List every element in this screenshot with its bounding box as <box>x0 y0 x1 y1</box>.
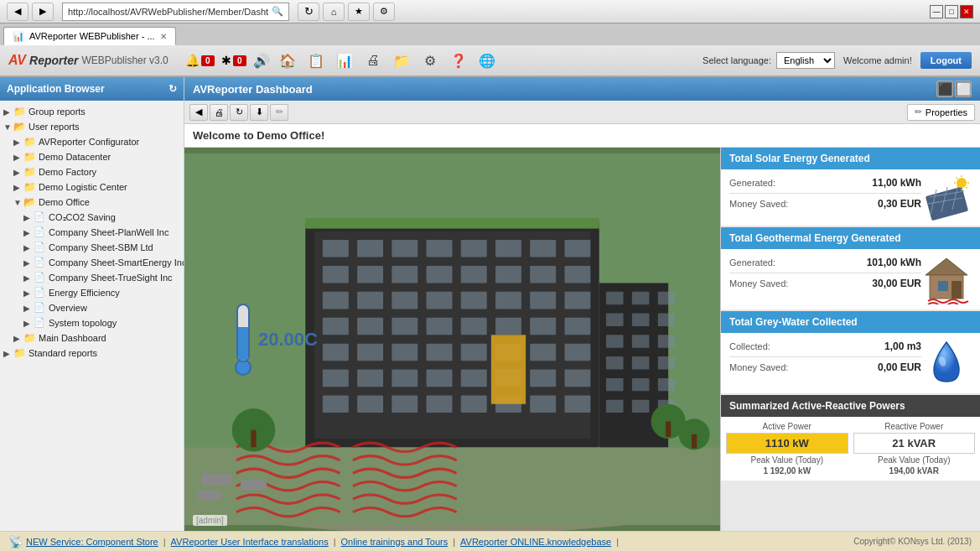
properties-label: Properties <box>926 107 967 117</box>
svg-rect-27 <box>530 292 556 309</box>
bottom-links: NEW Service: Component Store | AVReporte… <box>26 537 619 547</box>
greywater-widget-header: Total Grey-Water Collected <box>721 311 980 333</box>
svg-rect-44 <box>564 344 590 361</box>
solar-widget-icon <box>921 174 972 221</box>
active-power-value: 1110 kW <box>726 433 848 454</box>
tree-toggle-overview: ▶ <box>23 304 34 313</box>
sidebar-refresh-icon[interactable]: ↻ <box>169 83 177 95</box>
geothermal-header-label: Total Geothermal Energy Generated <box>729 232 901 244</box>
refresh-button[interactable]: ↻ <box>298 3 319 21</box>
toolbar-back-btn[interactable]: ◀ <box>189 104 208 121</box>
svg-rect-76 <box>606 378 624 391</box>
toolbar-icon-5[interactable]: ⚙ <box>419 49 441 71</box>
close-button[interactable]: ✕ <box>960 5 973 18</box>
solar-widget-body: Generated: 11,00 kWh Money Saved: 0,30 E… <box>721 169 980 226</box>
greywater-collected-label: Collected: <box>729 341 770 351</box>
svg-rect-9 <box>461 240 487 257</box>
maximize-button[interactable]: □ <box>945 5 958 18</box>
welcome-text: Welcome to Demo Office! <box>193 129 324 142</box>
favorites-button[interactable]: ★ <box>348 3 370 21</box>
user-reports-label: User reports <box>29 122 80 132</box>
svg-rect-36 <box>564 318 590 335</box>
toolbar-edit-btn[interactable]: ✏ <box>270 104 288 121</box>
solar-money-label: Money Saved: <box>729 199 788 209</box>
sidebar-item-demo-logistic[interactable]: ▶ 📁 Demo Logistic Center <box>10 179 184 195</box>
tools-button[interactable]: ⚙ <box>373 3 395 21</box>
greywater-widget-icon <box>921 338 972 388</box>
sidebar-item-group-reports[interactable]: ▶ 📁 Group reports <box>0 104 184 119</box>
sidebar-item-demo-factory[interactable]: ▶ 📁 Demo Factory <box>10 164 184 179</box>
address-bar[interactable]: http://localhost/AVRWebPublisher/Member/… <box>62 3 289 21</box>
svg-rect-48 <box>427 370 453 387</box>
back-button[interactable]: ◀ <box>7 3 29 21</box>
toolbar-icon-2[interactable]: 📊 <box>334 49 355 71</box>
tree-toggle-user-reports: ▼ <box>3 122 13 132</box>
greywater-money-value: 0,00 EUR <box>878 361 921 373</box>
bottom-link-2[interactable]: AVReporter User Interface translations <box>171 537 329 547</box>
main-dashboard-label: Main Dashboard <box>39 333 106 343</box>
minimize-button[interactable]: — <box>930 5 943 18</box>
home-button[interactable]: ⌂ <box>323 3 345 21</box>
logout-button[interactable]: Logout <box>920 52 972 69</box>
solar-widget-data: Generated: 11,00 kWh Money Saved: 0,30 E… <box>729 174 921 221</box>
bottom-link-4[interactable]: AVReporter ONLINE.knowledgebase <box>460 537 611 547</box>
page-icon-smartenergy: 📄 <box>34 257 47 268</box>
tab-avreporter[interactable]: 📊 AVReporter WEBPublisher - ... ✕ <box>3 27 176 45</box>
properties-button[interactable]: ✏ Properties <box>907 104 975 121</box>
svg-rect-15 <box>391 266 417 283</box>
svg-rect-12 <box>564 240 590 257</box>
toolbar-icon-1[interactable]: 📋 <box>305 49 327 71</box>
sidebar-item-truesight[interactable]: ▶ 📄 Company Sheet-TrueSight Inc <box>20 270 184 285</box>
co2-label: CO₂CO2 Saving <box>49 212 116 223</box>
sidebar-item-demo-office[interactable]: ▼ 📂 Demo Office <box>10 195 184 210</box>
temperature-value: 20.00C <box>258 329 318 351</box>
tab-close-button[interactable]: ✕ <box>160 32 167 41</box>
geothermal-generated-label: Generated: <box>729 257 775 268</box>
sidebar-item-sbm[interactable]: ▶ 📄 Company Sheet-SBM Ltd <box>20 240 184 255</box>
svg-point-97 <box>957 178 967 188</box>
svg-rect-89 <box>241 480 267 490</box>
svg-rect-6 <box>357 240 383 257</box>
greywater-widget: Total Grey-Water Collected Collected: 1,… <box>721 311 980 393</box>
folder-icon-standard-reports: 📁 <box>13 347 27 359</box>
sidebar-item-co2[interactable]: ▶ 📄 CO₂CO2 Saving <box>20 210 184 225</box>
svg-rect-75 <box>658 356 676 369</box>
svg-rect-90 <box>197 491 221 500</box>
toolbar-icon-4[interactable]: 📁 <box>391 49 412 71</box>
sidebar-item-avreporter-configurator[interactable]: ▶ 📁 AVReporter Configurator <box>10 134 184 149</box>
toolbar-print-btn[interactable]: 🖨 <box>210 104 228 121</box>
svg-rect-65 <box>632 292 650 304</box>
sidebar-item-overview[interactable]: ▶ 📄 Overview <box>20 300 184 315</box>
screen-icon-btn[interactable]: ⬛ <box>936 81 953 97</box>
bottom-link-1[interactable]: NEW Service: Component Store <box>26 537 158 547</box>
sidebar-item-demo-datacenter[interactable]: ▶ 📁 Demo Datacenter <box>10 149 184 164</box>
toolbar-icon-3[interactable]: 🖨 <box>362 49 384 71</box>
forward-button[interactable]: ▶ <box>32 3 54 21</box>
toolbar-download-btn[interactable]: ⬇ <box>250 104 268 121</box>
svg-rect-56 <box>427 395 453 413</box>
sidebar-item-smartenergy[interactable]: ▶ 📄 Company Sheet-SmartEnergy Inc <box>20 255 184 270</box>
svg-rect-37 <box>323 344 349 361</box>
svg-rect-72 <box>658 335 676 347</box>
screen-icon-btn2[interactable]: ⬜ <box>955 81 972 97</box>
tree-toggle-group-reports: ▶ <box>3 107 13 117</box>
sidebar-item-planwell[interactable]: ▶ 📄 Company Sheet-PlanWell Inc <box>20 225 184 240</box>
toolbar-refresh-btn[interactable]: ↻ <box>230 104 248 121</box>
sidebar-item-main-dashboard[interactable]: ▶ 📁 Main Dashboard <box>10 330 184 346</box>
language-select[interactable]: English German French Spanish <box>776 52 835 69</box>
toolbar-icon-0[interactable]: 🏠 <box>277 49 298 71</box>
toolbar-icon-7[interactable]: 🌐 <box>476 49 498 71</box>
bottom-bar: 📡 NEW Service: Component Store | AVRepor… <box>0 531 980 551</box>
speaker-icon: 🔊 <box>253 53 270 69</box>
tree-toggle-energy: ▶ <box>23 288 34 298</box>
sidebar-item-energy-efficiency[interactable]: ▶ 📄 Energy Efficiency <box>20 285 184 300</box>
sidebar-item-standard-reports[interactable]: ▶ 📁 Standard reports <box>0 346 184 361</box>
sidebar-item-system-topology[interactable]: ▶ 📄 System topology <box>20 315 184 330</box>
toolbar-icon-6[interactable]: ❓ <box>448 49 469 71</box>
svg-rect-73 <box>606 356 624 369</box>
bottom-link-3[interactable]: Online trainings and Tours <box>341 537 449 547</box>
sidebar-item-user-reports[interactable]: ▼ 📂 User reports <box>0 119 184 134</box>
svg-rect-11 <box>530 240 556 257</box>
tree-toggle-factory: ▶ <box>13 168 23 177</box>
solar-generated-label: Generated: <box>729 178 775 188</box>
